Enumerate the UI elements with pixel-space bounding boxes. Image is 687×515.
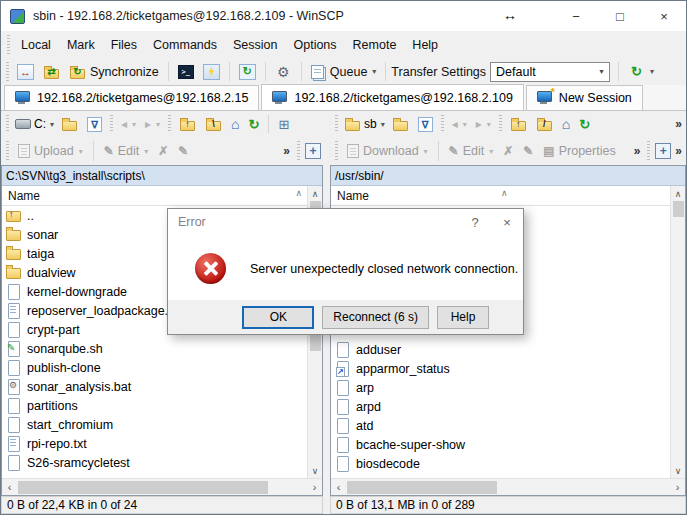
refresh-panels-button[interactable] (235, 62, 260, 82)
remote-vertical-scrollbar[interactable]: ∧ ∨ (670, 186, 685, 478)
remote-horizontal-scrollbar[interactable]: ‹ › (331, 478, 685, 495)
chevron-down-icon: ▾ (156, 120, 160, 129)
dialog-button[interactable]: Help (437, 306, 489, 329)
transfer-settings-select[interactable]: Default▾ (490, 62, 610, 82)
file-row[interactable]: bcache-super-show (331, 435, 670, 454)
local-open-directory-button[interactable] (57, 114, 82, 134)
file-row[interactable]: arp (331, 378, 670, 397)
file-row[interactable]: publish-clone (2, 358, 307, 377)
file-row[interactable]: apparmor_status (331, 359, 670, 378)
download-button[interactable]: Download▾ (343, 142, 432, 160)
remote-home-button[interactable]: ⌂ (558, 114, 574, 134)
remote-filter-button[interactable] (414, 115, 437, 134)
edit-label: Edit (463, 144, 485, 158)
preferences-button[interactable]: ⚙ (271, 62, 296, 82)
transfer-options-button[interactable]: ↻▾ (624, 62, 658, 82)
synchronize-button[interactable]: Synchronize (65, 62, 163, 82)
remote-refresh-button[interactable]: ↻ (575, 115, 594, 134)
menu-item[interactable]: Files (103, 33, 145, 57)
dialog-button[interactable]: Reconnect (6 s) (322, 306, 429, 329)
local-refresh-button[interactable]: ↻ (245, 115, 264, 134)
menu-item[interactable]: Commands (145, 33, 225, 57)
maximize-button[interactable]: □ (598, 1, 642, 31)
scroll-up-icon[interactable]: ∧ (312, 186, 319, 201)
file-row[interactable]: S26-sramcycletest (2, 453, 307, 472)
local-rename-button[interactable]: ✎ (174, 142, 192, 160)
local-edit-button[interactable]: ✎Edit▾ (100, 142, 153, 160)
menu-item[interactable]: Mark (59, 33, 103, 57)
dialog-close-button[interactable]: × (491, 209, 523, 235)
local-parent-directory-button[interactable] (175, 114, 200, 134)
remote-properties-button[interactable]: ▤Properties (539, 142, 619, 160)
scrollbar-thumb[interactable] (347, 481, 497, 494)
local-home-button[interactable]: ⌂ (227, 114, 243, 134)
local-horizontal-scrollbar[interactable]: ‹ › (2, 478, 322, 495)
session-monitor-icon: * (272, 91, 287, 105)
local-add-button[interactable]: + (305, 143, 321, 159)
file-icon (6, 322, 21, 337)
remote-rename-button[interactable]: ✎ (519, 142, 537, 160)
file-row[interactable]: arpd (331, 397, 670, 416)
remote-parent-directory-button[interactable] (506, 114, 531, 134)
local-root-directory-button[interactable] (201, 114, 226, 134)
file-row[interactable]: rpi-repo.txt (2, 434, 307, 453)
local-filter-button[interactable] (83, 115, 106, 134)
remote-edit-button[interactable]: ✎Edit▾ (445, 142, 498, 160)
local-delete-button[interactable]: ✗ (154, 142, 172, 160)
menu-item[interactable]: Remote (345, 33, 405, 57)
dialog-help-button[interactable]: ? (459, 209, 491, 235)
scroll-right-icon[interactable]: › (670, 481, 685, 493)
session-tab[interactable]: * 192.168.2/ticketgames@192.168.2.109 (261, 84, 523, 110)
scroll-down-icon[interactable]: ∨ (675, 463, 682, 478)
remote-open-directory-button[interactable] (388, 114, 413, 134)
scroll-down-icon[interactable]: ∨ (312, 463, 319, 478)
compare-directories-button[interactable] (13, 62, 38, 82)
remote-add-button[interactable]: + (655, 143, 671, 159)
file-row[interactable]: sonar_analysis.bat (2, 377, 307, 396)
file-row[interactable]: atd (331, 416, 670, 435)
menu-item[interactable]: Session (225, 33, 285, 57)
open-console-button[interactable] (174, 63, 198, 81)
close-button[interactable]: × (642, 1, 686, 31)
overflow-chevron-icon[interactable]: » (673, 144, 684, 158)
scrollbar-thumb[interactable] (18, 481, 268, 494)
remote-command-toolbar: Download▾ ✎Edit▾ ✗ ✎ ▤Properties » + » (330, 137, 686, 165)
local-back-button[interactable]: ◂▾ (117, 115, 140, 133)
file-row[interactable]: adduser (331, 340, 670, 359)
local-name-column-header[interactable]: Name ∧ (2, 186, 322, 206)
session-tab[interactable]: * 192.168.2/ticketgames@192.168.2.15 (4, 85, 259, 110)
local-tree-button[interactable]: ⊞ (274, 115, 293, 134)
tree-icon: ⊞ (278, 117, 289, 132)
scroll-up-icon[interactable]: ∧ (675, 186, 682, 201)
overflow-chevron-icon[interactable]: » (673, 117, 684, 131)
remote-name-column-header[interactable]: Name ∧ (331, 186, 685, 206)
open-in-putty-button[interactable] (199, 62, 224, 82)
file-row[interactable]: partitions (2, 396, 307, 415)
scroll-left-icon[interactable]: ‹ (2, 481, 17, 493)
file-row[interactable]: biosdecode (331, 454, 670, 473)
remote-back-button[interactable]: ◂▾ (448, 115, 471, 133)
overflow-chevron-icon[interactable]: » (632, 144, 643, 158)
scroll-right-icon[interactable]: › (307, 481, 322, 493)
scroll-left-icon[interactable]: ‹ (331, 481, 346, 493)
remote-delete-button[interactable]: ✗ (499, 142, 517, 160)
error-dialog-title-bar: Error ? × (168, 209, 523, 235)
local-forward-button[interactable]: ▸▾ (141, 115, 164, 133)
file-row[interactable]: start_chromium (2, 415, 307, 434)
session-tab[interactable]: * New Session (526, 85, 643, 110)
remote-root-directory-button[interactable] (532, 114, 557, 134)
dialog-button[interactable]: OK (242, 306, 314, 329)
upload-button[interactable]: Upload▾ (14, 142, 87, 160)
overflow-chevron-icon[interactable]: » (281, 144, 292, 158)
minimize-button[interactable]: − (554, 1, 598, 31)
queue-button[interactable]: Queue▾ (307, 63, 381, 81)
local-drive-select[interactable]: C: ▾ (13, 117, 56, 131)
remote-directory-select[interactable]: sb ▾ (342, 116, 387, 132)
menu-item[interactable]: Help (404, 33, 446, 57)
menu-item[interactable]: Options (285, 33, 344, 57)
scrollbar-thumb[interactable] (673, 201, 684, 217)
remote-forward-button[interactable]: ▸▾ (472, 115, 495, 133)
menu-item[interactable]: Local (13, 33, 59, 57)
synchronize-browsing-button[interactable] (39, 62, 64, 82)
file-row[interactable]: sonarqube.sh (2, 339, 307, 358)
